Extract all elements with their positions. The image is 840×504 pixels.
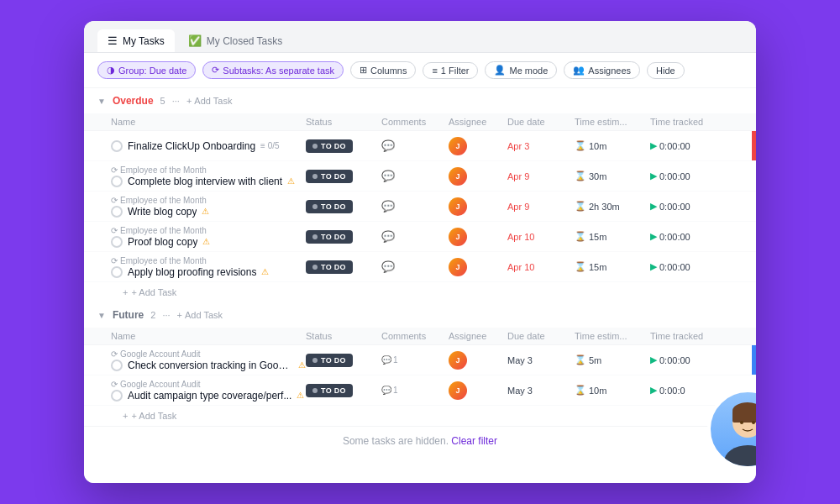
time-tracked: ▶ 0:00:00 bbox=[650, 171, 726, 181]
subtask-link-icon: ⟳ bbox=[111, 380, 118, 389]
columns-icon: ⊞ bbox=[360, 65, 367, 76]
person-svg bbox=[714, 399, 756, 466]
task-name-text: Proof blog copy bbox=[128, 236, 197, 248]
clear-filter-link[interactable]: Clear filter bbox=[451, 435, 497, 447]
filter-assignees[interactable]: 👥 Assignees bbox=[564, 61, 640, 79]
task-parent: ⟳ Employee of the Month bbox=[111, 226, 306, 235]
future-add-task-row[interactable]: + + Add Task bbox=[84, 406, 756, 426]
task-status[interactable]: TO DO bbox=[306, 354, 381, 367]
comment-bubble[interactable]: 💬 bbox=[381, 139, 449, 152]
task-complete-circle[interactable] bbox=[111, 140, 123, 152]
comment-bubble[interactable]: 💬 bbox=[381, 230, 449, 243]
task-parent: ⟳ Google Account Audit bbox=[111, 380, 306, 389]
add-icon: + bbox=[123, 287, 128, 297]
task-row: ⟳ Employee of the Month Write blog copy … bbox=[84, 192, 756, 222]
overdue-collapse-icon[interactable]: ▼ bbox=[97, 97, 106, 106]
play-icon: ▶ bbox=[650, 261, 657, 272]
overdue-section-header: ▼ Overdue 5 ··· + Add Task bbox=[84, 88, 756, 113]
play-icon: ▶ bbox=[650, 354, 657, 365]
tab-my-tasks-label: My Tasks bbox=[123, 35, 165, 47]
task-parent: ⟳ Employee of the Month bbox=[111, 196, 306, 205]
filter-hide[interactable]: Hide bbox=[647, 62, 685, 79]
status-badge: TO DO bbox=[306, 139, 353, 153]
task-complete-circle[interactable] bbox=[111, 390, 123, 402]
assignee-cell: J bbox=[449, 351, 507, 370]
task-status[interactable]: TO DO bbox=[306, 260, 381, 274]
overdue-count: 5 bbox=[160, 96, 165, 106]
col-duedate-future: Due date bbox=[507, 331, 575, 341]
future-dots[interactable]: ··· bbox=[162, 310, 170, 320]
avatar[interactable]: J bbox=[449, 197, 467, 216]
time-tracked: ▶ 0:00:00 bbox=[650, 261, 726, 272]
task-name: Finalize ClickUp Onboarding ≡ 0/5 bbox=[111, 140, 306, 152]
comment-count: 💬 1 bbox=[381, 386, 449, 395]
task-status[interactable]: TO DO bbox=[306, 230, 381, 244]
avatar[interactable]: J bbox=[449, 258, 467, 276]
filter-me-mode[interactable]: 👤 Me mode bbox=[485, 61, 557, 79]
task-complete-circle[interactable] bbox=[111, 206, 123, 218]
avatar[interactable]: J bbox=[449, 228, 467, 246]
subtask-link-icon: ⟳ bbox=[111, 196, 118, 205]
time-estimate: ⌛ 10m bbox=[575, 385, 650, 396]
overdue-add-task-row[interactable]: + + Add Task bbox=[84, 282, 756, 302]
col-extra-future bbox=[726, 331, 743, 341]
task-row: ⟳ Employee of the Month Complete blog in… bbox=[84, 161, 756, 192]
col-comments-overdue: Comments bbox=[381, 117, 449, 127]
time-estimate: ⌛ 2h 30m bbox=[575, 201, 650, 212]
filter-columns[interactable]: ⊞ Columns bbox=[350, 61, 416, 79]
future-collapse-icon[interactable]: ▼ bbox=[97, 311, 106, 320]
task-status[interactable]: TO DO bbox=[306, 139, 381, 153]
overdue-add-icon: + bbox=[186, 96, 192, 106]
task-complete-circle[interactable] bbox=[111, 360, 123, 371]
future-add-icon: + bbox=[177, 310, 182, 320]
due-date: Apr 10 bbox=[507, 232, 575, 242]
filter-subtasks[interactable]: ⟳ Subtasks: As separate task bbox=[202, 61, 344, 79]
hourglass-icon: ⌛ bbox=[575, 385, 586, 396]
time-tracked: ▶ 0:00:00 bbox=[650, 140, 726, 151]
task-complete-circle[interactable] bbox=[111, 236, 123, 248]
time-estimate: ⌛ 10m bbox=[575, 140, 650, 151]
col-status-overdue: Status bbox=[306, 117, 381, 127]
time-estimate: ⌛ 5m bbox=[575, 354, 650, 365]
comment-bubble[interactable]: 💬 bbox=[381, 170, 449, 182]
status-badge: TO DO bbox=[306, 200, 353, 213]
task-name-cell: Finalize ClickUp Onboarding ≡ 0/5 bbox=[111, 140, 306, 152]
overdue-title: Overdue bbox=[113, 95, 154, 107]
overdue-add-task[interactable]: + Add Task bbox=[186, 96, 233, 106]
future-add-task[interactable]: + Add Task bbox=[177, 310, 223, 320]
status-label: TO DO bbox=[321, 202, 346, 211]
due-date: Apr 10 bbox=[507, 262, 575, 272]
col-assignee-overdue: Assignee bbox=[449, 117, 507, 127]
future-count: 2 bbox=[150, 310, 155, 320]
priority-indicator bbox=[752, 131, 756, 160]
avatar[interactable]: J bbox=[449, 351, 467, 370]
avatar[interactable]: J bbox=[449, 381, 467, 400]
warning-icon: ⚠ bbox=[287, 176, 295, 186]
task-status[interactable]: TO DO bbox=[306, 200, 381, 213]
hourglass-icon: ⌛ bbox=[575, 171, 586, 181]
filter-filter[interactable]: ≡ 1 Filter bbox=[423, 62, 478, 79]
task-status[interactable]: TO DO bbox=[306, 170, 381, 183]
tab-my-tasks[interactable]: ☰ My Tasks bbox=[97, 29, 175, 52]
comment-bubble[interactable]: 💬 bbox=[381, 200, 449, 213]
task-name-text: Write blog copy bbox=[128, 206, 197, 218]
due-date: May 3 bbox=[507, 386, 575, 396]
tab-closed-tasks[interactable]: ✅ My Closed Tasks bbox=[178, 29, 292, 52]
assignee-cell: J bbox=[449, 258, 507, 276]
play-icon: ▶ bbox=[650, 171, 657, 181]
overdue-dots[interactable]: ··· bbox=[172, 96, 180, 106]
avatar[interactable]: J bbox=[449, 167, 467, 186]
task-complete-circle[interactable] bbox=[111, 266, 123, 278]
assignee-cell: J bbox=[449, 381, 507, 400]
filter-group-due-date[interactable]: ◑ Group: Due date bbox=[97, 61, 196, 79]
task-status[interactable]: TO DO bbox=[306, 384, 381, 397]
status-dot bbox=[312, 204, 318, 209]
task-complete-circle[interactable] bbox=[111, 176, 123, 187]
avatar[interactable]: J bbox=[449, 137, 467, 155]
time-estimate: ⌛ 30m bbox=[575, 171, 650, 181]
col-status-future: Status bbox=[306, 331, 381, 341]
task-name-cell: ⟳ Employee of the Month Write blog copy … bbox=[111, 196, 306, 218]
future-section-header: ▼ Future 2 ··· + Add Task bbox=[84, 302, 756, 328]
comment-bubble[interactable]: 💬 bbox=[381, 260, 449, 273]
footer-message: Some tasks are hidden. bbox=[343, 435, 449, 447]
